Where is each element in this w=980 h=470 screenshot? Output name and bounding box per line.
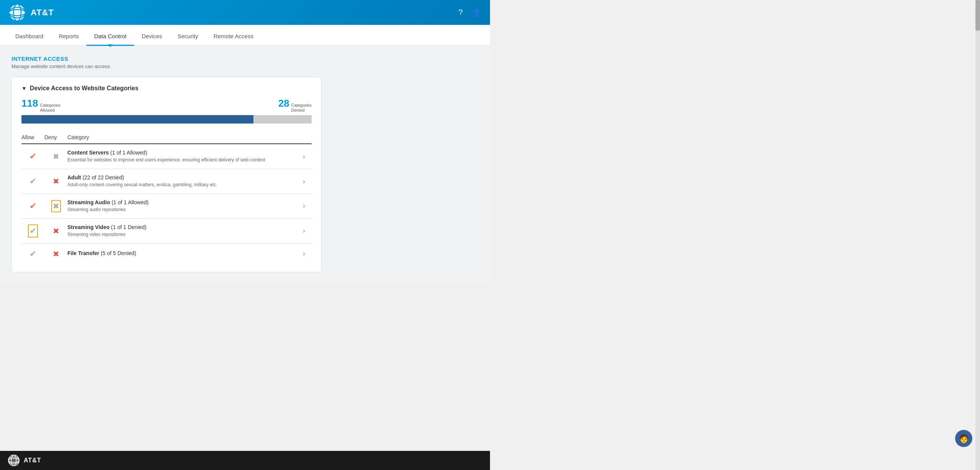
nav-reports[interactable]: Reports [51, 28, 87, 46]
user-button[interactable]: 👤 [471, 7, 482, 18]
category-info: Streaming Video (1 of 1 Denied)Streaming… [67, 224, 296, 238]
highlighted-allow-box: ✔ [28, 224, 38, 237]
collapse-icon[interactable]: ▼ [21, 85, 27, 91]
table-row: ✔✖Content Servers (1 of 1 Allowed)Essent… [21, 144, 312, 169]
card-header: ▼ Device Access to Website Categories [21, 85, 312, 92]
category-info: Streaming Audio (1 of 1 Allowed)Streamin… [67, 199, 296, 213]
allow-cell-streaming-audio[interactable]: ✔ [21, 201, 44, 211]
category-info: Content Servers (1 of 1 Allowed)Essentia… [67, 150, 296, 163]
table-header: Allow Deny Category [21, 131, 312, 144]
allowed-count: 118 [21, 98, 38, 109]
table-row: ✔✖Adult (22 of 22 Denied)Adult-only cont… [21, 169, 312, 194]
category-info: Adult (22 of 22 Denied)Adult-only conten… [67, 174, 296, 188]
x-icon-file-transfer: ✖ [53, 249, 59, 259]
check-icon-file-transfer: ✔ [29, 249, 36, 259]
nav-remote-access[interactable]: Remote Access [206, 28, 261, 46]
category-name: File Transfer (5 of 5 Denied) [67, 250, 296, 256]
category-info: File Transfer (5 of 5 Denied) [67, 250, 296, 257]
deny-cell-file-transfer[interactable]: ✖ [44, 249, 67, 259]
section-subtitle: Manage website content devices can acces… [11, 63, 479, 69]
card-title: Device Access to Website Categories [30, 85, 139, 92]
category-table: ✔✖Content Servers (1 of 1 Allowed)Essent… [21, 144, 312, 264]
chevron-right-icon[interactable]: › [296, 153, 312, 161]
table-row: ✔✖File Transfer (5 of 5 Denied)› [21, 244, 312, 264]
att-logo-icon [8, 3, 27, 22]
col-deny: Deny [44, 134, 67, 140]
nav-devices[interactable]: Devices [134, 28, 170, 46]
check-icon-streaming-video: ✔ [29, 226, 36, 236]
main-content: INTERNET ACCESS Manage website content d… [0, 46, 490, 282]
category-description: Streaming video repositories [67, 231, 296, 238]
table-row: ✔✖Streaming Audio (1 of 1 Allowed)Stream… [21, 194, 312, 219]
col-allow: Allow [21, 134, 44, 140]
category-description: Adult-only content covering sexual matte… [67, 182, 296, 188]
deny-cell-adult[interactable]: ✖ [44, 177, 67, 186]
allow-cell-content-servers[interactable]: ✔ [21, 151, 44, 161]
denied-stat: 28 Categories Denied [278, 98, 312, 113]
allowed-stat: 118 Categories Allowed [21, 98, 60, 113]
deny-cell-streaming-video[interactable]: ✖ [44, 226, 67, 236]
nav-security[interactable]: Security [170, 28, 206, 46]
progress-bar [21, 115, 312, 124]
allow-cell-adult[interactable]: ✔ [21, 176, 44, 186]
denied-label: Categories Denied [291, 103, 312, 113]
col-category: Category [67, 134, 312, 140]
section-title: INTERNET ACCESS [11, 55, 479, 62]
x-icon-streaming-audio: ✖ [53, 202, 59, 210]
allowed-label: Categories Allowed [40, 103, 60, 113]
stats-row: 118 Categories Allowed 28 Categories Den… [21, 98, 312, 113]
category-description: Streaming audio repositories [67, 207, 296, 213]
device-access-card: ▼ Device Access to Website Categories 11… [11, 77, 322, 272]
check-icon-content-servers: ✔ [29, 151, 36, 161]
category-description: Essential for websites to improve end us… [67, 157, 296, 163]
allow-cell-file-transfer[interactable]: ✔ [21, 249, 44, 259]
progress-fill [21, 115, 253, 124]
logo-area: AT&T [8, 3, 54, 22]
highlighted-deny-box: ✖ [51, 200, 61, 212]
help-icon: ? [458, 8, 462, 17]
chevron-right-icon[interactable]: › [296, 227, 312, 235]
header-icons: ? 👤 [455, 7, 482, 18]
nav-data-control[interactable]: Data Control [87, 28, 134, 46]
check-icon-adult: ✔ [29, 176, 36, 186]
deny-cell-content-servers[interactable]: ✖ [44, 152, 67, 161]
nav-dashboard[interactable]: Dashboard [8, 28, 51, 46]
deny-cell-streaming-audio[interactable]: ✖ [44, 200, 67, 212]
category-name: Streaming Audio (1 of 1 Allowed) [67, 199, 296, 205]
table-row: ✔✖Streaming Video (1 of 1 Denied)Streami… [21, 219, 312, 244]
nav-bar: Dashboard Reports Data Control Devices S… [0, 25, 490, 46]
x-icon-adult: ✖ [53, 177, 59, 186]
logo-text: AT&T [31, 8, 54, 18]
check-icon-streaming-audio: ✔ [29, 201, 36, 211]
header: AT&T ? 👤 [0, 0, 490, 25]
category-name: Content Servers (1 of 1 Allowed) [67, 150, 296, 156]
category-name: Adult (22 of 22 Denied) [67, 174, 296, 181]
denied-count: 28 [278, 98, 289, 109]
help-button[interactable]: ? [455, 7, 466, 18]
chevron-right-icon[interactable]: › [296, 177, 312, 185]
chevron-right-icon[interactable]: › [296, 202, 312, 210]
x-icon-streaming-video: ✖ [53, 226, 59, 236]
x-icon-content-servers: ✖ [53, 152, 59, 161]
chevron-right-icon[interactable]: › [296, 250, 312, 258]
user-icon: 👤 [472, 8, 482, 17]
category-name: Streaming Video (1 of 1 Denied) [67, 224, 296, 230]
allow-cell-streaming-video[interactable]: ✔ [21, 224, 44, 237]
